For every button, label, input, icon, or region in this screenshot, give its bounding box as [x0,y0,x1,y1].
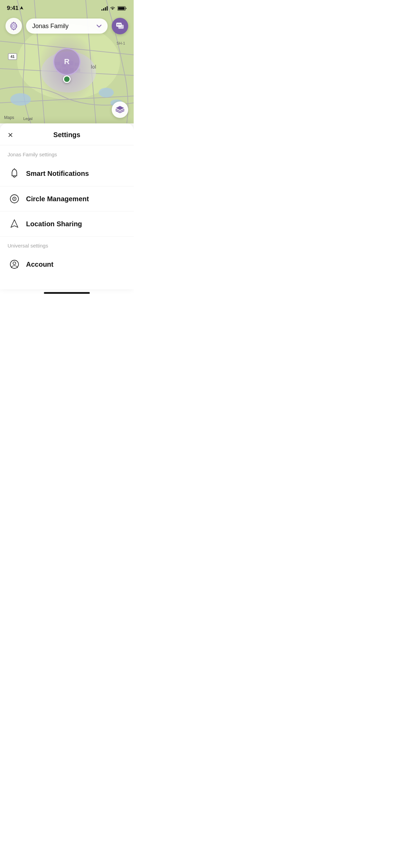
svg-point-27 [120,24,121,25]
status-time: 9:41 [7,5,23,12]
circle-name-label: Jonas Family [32,23,69,30]
apple-maps-logo: Maps [4,114,22,120]
person-circle-icon [10,260,19,269]
avatar-initial: R [64,57,70,66]
chat-bubbles-icon [116,22,124,30]
circle-target-icon-container [8,194,21,204]
settings-panel: ✕ Settings Jonas Family settings Smart N… [0,123,134,289]
status-bar: 9:41 [0,0,134,14]
status-icons [101,6,127,11]
map-attribution: Maps [4,114,22,121]
svg-rect-24 [118,25,124,29]
svg-text:SH-1: SH-1 [117,41,125,45]
smart-notifications-row[interactable]: Smart Notifications [0,161,134,186]
settings-gear-button[interactable] [5,18,22,34]
account-row[interactable]: Account [0,252,134,275]
svg-text:Maps: Maps [4,115,14,120]
close-icon: ✕ [8,131,13,139]
route-label: 41 [10,55,14,59]
svg-point-18 [10,93,31,106]
settings-title: Settings [53,131,81,139]
smart-notifications-label: Smart Notifications [26,170,89,178]
location-dot [63,75,71,83]
bell-icon [10,168,19,179]
circle-management-row[interactable]: Circle Management [0,186,134,212]
circle-target-icon [10,194,19,204]
location-triangle-icon-container [8,219,21,229]
location-arrow-icon [20,6,23,10]
map-top-bar: Jonas Family [0,18,134,34]
gear-icon [9,22,18,31]
account-label: Account [26,261,53,268]
road-label: lol [91,64,96,70]
home-indicator [0,289,134,296]
avatar-circle: R [53,48,81,75]
chevron-down-icon [97,23,101,29]
circle-management-label: Circle Management [26,195,89,203]
time-label: 9:41 [7,5,19,12]
circle-section-header: Jonas Family settings [0,145,134,161]
settings-header: ✕ Settings [0,123,134,145]
location-sharing-icon [10,219,19,229]
svg-point-19 [99,88,114,97]
bell-icon-container [8,168,21,179]
home-bar [44,292,90,294]
map-legal: Legal [23,117,33,121]
universal-section-header: Universal settings [0,237,134,252]
svg-rect-1 [118,7,125,10]
map-container: SH-1 Jonas Family [0,0,134,123]
settings-close-button[interactable]: ✕ [8,131,13,139]
svg-point-26 [119,24,120,25]
user-avatar-map[interactable]: R [53,48,81,75]
layer-button[interactable] [112,101,128,118]
svg-point-32 [14,198,15,200]
chat-button[interactable] [112,18,128,34]
account-icon-container [8,260,21,269]
layers-icon [115,105,125,114]
svg-point-25 [117,24,118,25]
location-sharing-row[interactable]: Location Sharing [0,212,134,237]
svg-point-34 [13,262,16,265]
wifi-icon [110,6,116,11]
signal-icon [101,6,108,11]
location-sharing-label: Location Sharing [26,220,82,228]
battery-icon [118,6,127,11]
route-badge: 41 [8,53,17,60]
circle-selector-button[interactable]: Jonas Family [26,19,108,34]
